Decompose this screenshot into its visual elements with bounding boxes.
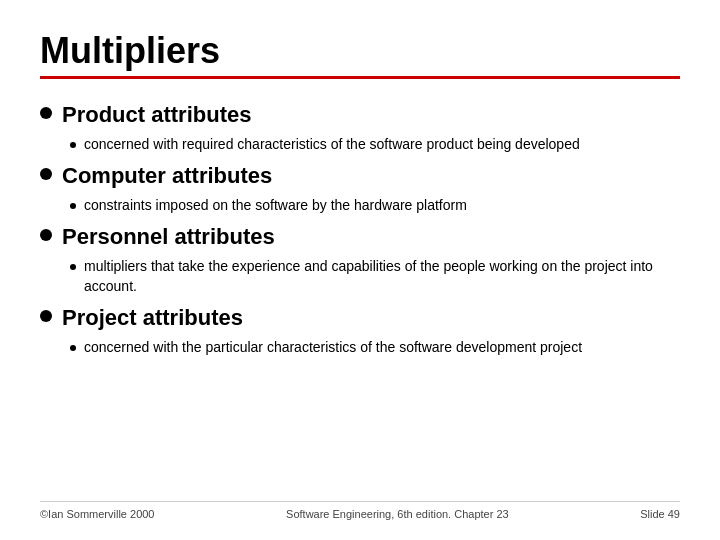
project-attributes-section: Project attributes concerned with the pa… xyxy=(40,304,680,357)
computer-attributes-label: Computer attributes xyxy=(62,162,272,191)
footer-course: Software Engineering, 6th edition. Chapt… xyxy=(286,508,509,520)
personnel-attributes-label: Personnel attributes xyxy=(62,223,275,252)
slide-title: Multipliers xyxy=(40,30,680,72)
computer-attributes-text: constraints imposed on the software by t… xyxy=(84,196,467,216)
bullet-dot-computer xyxy=(40,168,52,180)
product-attributes-section: Product attributes concerned with requir… xyxy=(40,101,680,154)
title-underline xyxy=(40,76,680,79)
personnel-attributes-sub: multipliers that take the experience and… xyxy=(70,257,680,296)
personnel-attributes-text: multipliers that take the experience and… xyxy=(84,257,664,296)
computer-attributes-bullet: Computer attributes xyxy=(40,162,680,191)
sub-dot-project xyxy=(70,345,76,351)
personnel-attributes-section: Personnel attributes multipliers that ta… xyxy=(40,223,680,296)
personnel-attributes-bullet: Personnel attributes xyxy=(40,223,680,252)
project-attributes-text: concerned with the particular characteri… xyxy=(84,338,582,358)
project-attributes-bullet: Project attributes xyxy=(40,304,680,333)
product-attributes-label: Product attributes xyxy=(62,101,251,130)
bullet-dot-personnel xyxy=(40,229,52,241)
sub-dot-product xyxy=(70,142,76,148)
project-attributes-label: Project attributes xyxy=(62,304,243,333)
slide-footer: ©Ian Sommerville 2000 Software Engineeri… xyxy=(40,501,680,520)
bullet-dot-product xyxy=(40,107,52,119)
sub-dot-personnel xyxy=(70,264,76,270)
product-attributes-text: concerned with required characteristics … xyxy=(84,135,580,155)
product-attributes-sub: concerned with required characteristics … xyxy=(70,135,680,155)
computer-attributes-section: Computer attributes constraints imposed … xyxy=(40,162,680,215)
slide: Multipliers Product attributes concerned… xyxy=(0,0,720,540)
title-section: Multipliers xyxy=(40,30,680,91)
footer-copyright: ©Ian Sommerville 2000 xyxy=(40,508,155,520)
footer-slide-number: Slide 49 xyxy=(640,508,680,520)
bullet-dot-project xyxy=(40,310,52,322)
slide-content: Product attributes concerned with requir… xyxy=(40,101,680,493)
sub-dot-computer xyxy=(70,203,76,209)
computer-attributes-sub: constraints imposed on the software by t… xyxy=(70,196,680,216)
project-attributes-sub: concerned with the particular characteri… xyxy=(70,338,680,358)
product-attributes-bullet: Product attributes xyxy=(40,101,680,130)
